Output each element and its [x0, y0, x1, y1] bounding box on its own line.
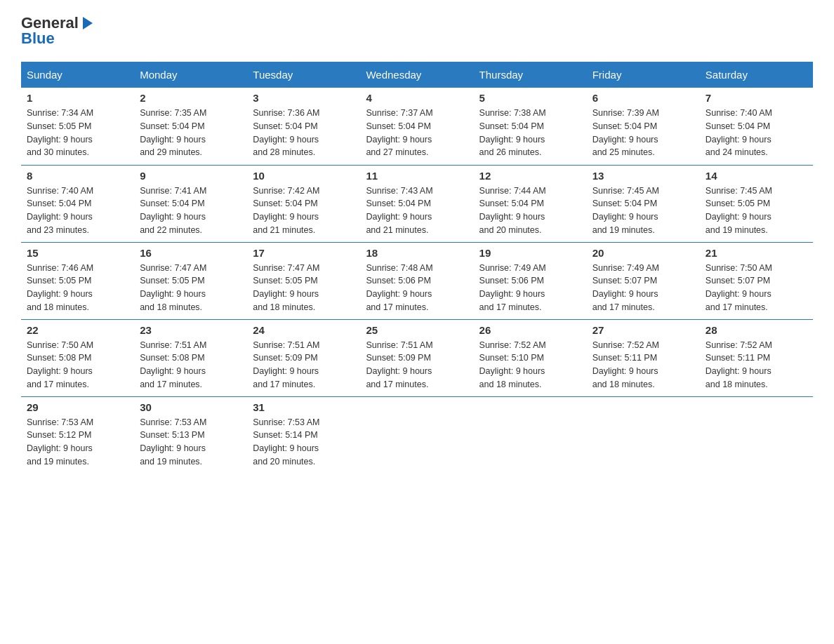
day-number: 26: [479, 324, 581, 336]
day-cell: 28 Sunrise: 7:52 AM Sunset: 5:11 PM Dayl…: [700, 319, 813, 396]
day-number: 10: [253, 170, 355, 182]
day-cell: 19 Sunrise: 7:49 AM Sunset: 5:06 PM Dayl…: [474, 242, 587, 319]
day-info: Sunrise: 7:53 AM Sunset: 5:13 PM Dayligh…: [140, 416, 241, 469]
day-info: Sunrise: 7:40 AM Sunset: 5:04 PM Dayligh…: [27, 185, 128, 237]
day-cell: 17 Sunrise: 7:47 AM Sunset: 5:05 PM Dayl…: [247, 242, 360, 319]
day-cell: 7 Sunrise: 7:40 AM Sunset: 5:04 PM Dayli…: [700, 88, 813, 165]
day-info: Sunrise: 7:46 AM Sunset: 5:05 PM Dayligh…: [27, 262, 128, 314]
day-info: Sunrise: 7:38 AM Sunset: 5:04 PM Dayligh…: [479, 107, 581, 159]
week-row-2: 8 Sunrise: 7:40 AM Sunset: 5:04 PM Dayli…: [21, 165, 813, 242]
day-number: 12: [479, 170, 581, 182]
day-cell: 27 Sunrise: 7:52 AM Sunset: 5:11 PM Dayl…: [587, 319, 700, 396]
calendar-body: 1 Sunrise: 7:34 AM Sunset: 5:05 PM Dayli…: [21, 88, 813, 474]
day-cell: 12 Sunrise: 7:44 AM Sunset: 5:04 PM Dayl…: [474, 165, 587, 242]
day-number: 5: [479, 92, 581, 104]
day-cell: 30 Sunrise: 7:53 AM Sunset: 5:13 PM Dayl…: [134, 396, 247, 474]
day-info: Sunrise: 7:52 AM Sunset: 5:10 PM Dayligh…: [479, 339, 581, 391]
day-info: Sunrise: 7:47 AM Sunset: 5:05 PM Dayligh…: [140, 262, 241, 314]
day-cell: 14 Sunrise: 7:45 AM Sunset: 5:05 PM Dayl…: [700, 165, 813, 242]
week-row-4: 22 Sunrise: 7:50 AM Sunset: 5:08 PM Dayl…: [21, 319, 813, 396]
day-info: Sunrise: 7:53 AM Sunset: 5:14 PM Dayligh…: [253, 416, 355, 469]
day-info: Sunrise: 7:51 AM Sunset: 5:09 PM Dayligh…: [253, 339, 355, 391]
day-info: Sunrise: 7:52 AM Sunset: 5:11 PM Dayligh…: [593, 339, 694, 391]
day-cell: 9 Sunrise: 7:41 AM Sunset: 5:04 PM Dayli…: [134, 165, 247, 242]
day-number: 30: [140, 401, 241, 413]
header-day-sunday: Sunday: [21, 62, 134, 88]
day-number: 15: [27, 247, 128, 259]
day-cell: 16 Sunrise: 7:47 AM Sunset: 5:05 PM Dayl…: [134, 242, 247, 319]
svg-marker-0: [83, 17, 93, 29]
day-info: Sunrise: 7:50 AM Sunset: 5:07 PM Dayligh…: [706, 262, 807, 314]
header-day-thursday: Thursday: [474, 62, 587, 88]
day-cell: 8 Sunrise: 7:40 AM Sunset: 5:04 PM Dayli…: [21, 165, 134, 242]
day-info: Sunrise: 7:49 AM Sunset: 5:06 PM Dayligh…: [479, 262, 581, 314]
day-cell: 6 Sunrise: 7:39 AM Sunset: 5:04 PM Dayli…: [587, 88, 700, 165]
day-cell: [474, 396, 587, 474]
day-info: Sunrise: 7:39 AM Sunset: 5:04 PM Dayligh…: [593, 107, 694, 159]
day-info: Sunrise: 7:51 AM Sunset: 5:08 PM Dayligh…: [140, 339, 241, 391]
header-day-friday: Friday: [587, 62, 700, 88]
day-info: Sunrise: 7:50 AM Sunset: 5:08 PM Dayligh…: [27, 339, 128, 391]
calendar-table: SundayMondayTuesdayWednesdayThursdayFrid…: [21, 62, 813, 474]
day-number: 14: [706, 170, 807, 182]
day-cell: 20 Sunrise: 7:49 AM Sunset: 5:07 PM Dayl…: [587, 242, 700, 319]
header-day-saturday: Saturday: [700, 62, 813, 88]
day-info: Sunrise: 7:47 AM Sunset: 5:05 PM Dayligh…: [253, 262, 355, 314]
day-number: 2: [140, 92, 241, 104]
day-cell: 29 Sunrise: 7:53 AM Sunset: 5:12 PM Dayl…: [21, 396, 134, 474]
day-number: 8: [27, 170, 128, 182]
day-info: Sunrise: 7:53 AM Sunset: 5:12 PM Dayligh…: [27, 416, 128, 469]
day-number: 1: [27, 92, 128, 104]
week-row-1: 1 Sunrise: 7:34 AM Sunset: 5:05 PM Dayli…: [21, 88, 813, 165]
day-number: 29: [27, 401, 128, 413]
logo-blue: Blue: [21, 29, 95, 48]
day-info: Sunrise: 7:36 AM Sunset: 5:04 PM Dayligh…: [253, 107, 355, 159]
day-cell: [700, 396, 813, 474]
header-day-monday: Monday: [134, 62, 247, 88]
day-number: 4: [366, 92, 468, 104]
day-number: 11: [366, 170, 468, 182]
day-number: 17: [253, 247, 355, 259]
day-cell: 1 Sunrise: 7:34 AM Sunset: 5:05 PM Dayli…: [21, 88, 134, 165]
day-number: 9: [140, 170, 241, 182]
day-number: 22: [27, 324, 128, 336]
header-day-wednesday: Wednesday: [360, 62, 473, 88]
day-number: 3: [253, 92, 355, 104]
day-cell: 3 Sunrise: 7:36 AM Sunset: 5:04 PM Dayli…: [247, 88, 360, 165]
day-number: 21: [706, 247, 807, 259]
day-number: 27: [593, 324, 694, 336]
day-cell: 18 Sunrise: 7:48 AM Sunset: 5:06 PM Dayl…: [360, 242, 473, 319]
day-info: Sunrise: 7:52 AM Sunset: 5:11 PM Dayligh…: [706, 339, 807, 391]
day-cell: 2 Sunrise: 7:35 AM Sunset: 5:04 PM Dayli…: [134, 88, 247, 165]
day-number: 23: [140, 324, 241, 336]
day-info: Sunrise: 7:49 AM Sunset: 5:07 PM Dayligh…: [593, 262, 694, 314]
header-day-tuesday: Tuesday: [247, 62, 360, 88]
week-row-5: 29 Sunrise: 7:53 AM Sunset: 5:12 PM Dayl…: [21, 396, 813, 474]
day-number: 19: [479, 247, 581, 259]
logo: General Blue: [21, 14, 95, 48]
day-info: Sunrise: 7:37 AM Sunset: 5:04 PM Dayligh…: [366, 107, 468, 159]
day-info: Sunrise: 7:41 AM Sunset: 5:04 PM Dayligh…: [140, 185, 241, 237]
logo-arrow-icon: [80, 15, 95, 31]
day-number: 28: [706, 324, 807, 336]
day-cell: 13 Sunrise: 7:45 AM Sunset: 5:04 PM Dayl…: [587, 165, 700, 242]
day-info: Sunrise: 7:43 AM Sunset: 5:04 PM Dayligh…: [366, 185, 468, 237]
day-number: 13: [593, 170, 694, 182]
day-number: 7: [706, 92, 807, 104]
page-header: General Blue: [21, 14, 813, 48]
day-cell: 21 Sunrise: 7:50 AM Sunset: 5:07 PM Dayl…: [700, 242, 813, 319]
day-number: 20: [593, 247, 694, 259]
day-info: Sunrise: 7:48 AM Sunset: 5:06 PM Dayligh…: [366, 262, 468, 314]
day-cell: [587, 396, 700, 474]
day-cell: 24 Sunrise: 7:51 AM Sunset: 5:09 PM Dayl…: [247, 319, 360, 396]
day-info: Sunrise: 7:42 AM Sunset: 5:04 PM Dayligh…: [253, 185, 355, 237]
day-number: 24: [253, 324, 355, 336]
day-info: Sunrise: 7:45 AM Sunset: 5:05 PM Dayligh…: [706, 185, 807, 237]
day-number: 16: [140, 247, 241, 259]
day-info: Sunrise: 7:34 AM Sunset: 5:05 PM Dayligh…: [27, 107, 128, 159]
day-info: Sunrise: 7:45 AM Sunset: 5:04 PM Dayligh…: [593, 185, 694, 237]
day-number: 25: [366, 324, 468, 336]
day-number: 31: [253, 401, 355, 413]
week-row-3: 15 Sunrise: 7:46 AM Sunset: 5:05 PM Dayl…: [21, 242, 813, 319]
header-row: SundayMondayTuesdayWednesdayThursdayFrid…: [21, 62, 813, 88]
